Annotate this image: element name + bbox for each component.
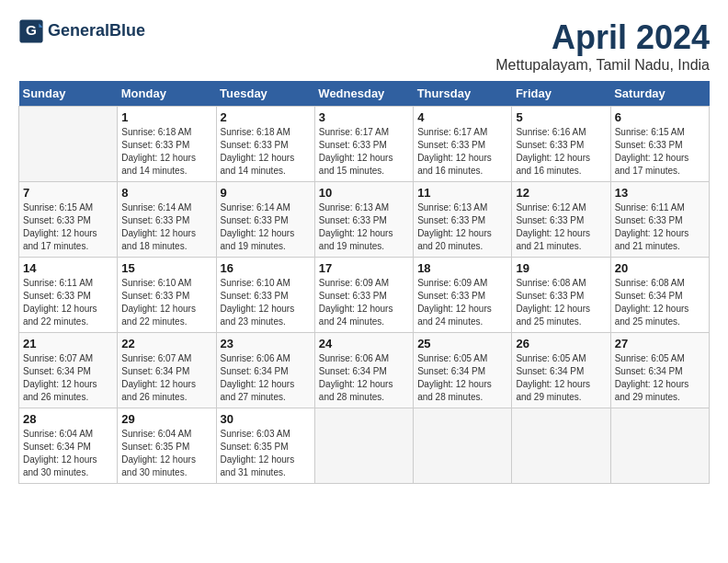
calendar-cell: 21Sunrise: 6:07 AMSunset: 6:34 PMDayligh… bbox=[19, 333, 118, 408]
calendar-cell: 3Sunrise: 6:17 AMSunset: 6:33 PMDaylight… bbox=[314, 107, 413, 182]
day-number: 14 bbox=[23, 261, 113, 275]
day-info: Sunrise: 6:18 AMSunset: 6:33 PMDaylight:… bbox=[221, 126, 311, 178]
day-number: 29 bbox=[121, 412, 211, 426]
calendar-week-row: 28Sunrise: 6:04 AMSunset: 6:34 PMDayligh… bbox=[19, 408, 710, 484]
day-number: 26 bbox=[516, 337, 606, 350]
calendar-cell: 28Sunrise: 6:04 AMSunset: 6:34 PMDayligh… bbox=[19, 408, 118, 484]
calendar-cell: 16Sunrise: 6:10 AMSunset: 6:33 PMDayligh… bbox=[216, 258, 314, 333]
day-info: Sunrise: 6:04 AMSunset: 6:35 PMDaylight:… bbox=[121, 428, 211, 479]
day-number: 15 bbox=[121, 261, 211, 275]
calendar-cell: 10Sunrise: 6:13 AMSunset: 6:33 PMDayligh… bbox=[314, 182, 413, 258]
day-number: 22 bbox=[121, 337, 211, 350]
calendar-cell bbox=[512, 408, 610, 484]
day-number: 21 bbox=[23, 337, 113, 350]
day-info: Sunrise: 6:06 AMSunset: 6:34 PMDaylight:… bbox=[221, 352, 311, 404]
calendar-cell: 27Sunrise: 6:05 AMSunset: 6:34 PMDayligh… bbox=[610, 333, 709, 408]
calendar-cell bbox=[414, 408, 512, 484]
day-number: 20 bbox=[615, 261, 705, 275]
day-info: Sunrise: 6:08 AMSunset: 6:34 PMDaylight:… bbox=[615, 277, 705, 328]
calendar-cell: 19Sunrise: 6:08 AMSunset: 6:33 PMDayligh… bbox=[512, 258, 610, 333]
calendar-week-row: 7Sunrise: 6:15 AMSunset: 6:33 PMDaylight… bbox=[19, 182, 710, 258]
day-number: 27 bbox=[615, 337, 705, 350]
day-number: 16 bbox=[221, 261, 311, 275]
calendar-cell: 24Sunrise: 6:06 AMSunset: 6:34 PMDayligh… bbox=[314, 333, 413, 408]
calendar-cell: 29Sunrise: 6:04 AMSunset: 6:35 PMDayligh… bbox=[118, 408, 216, 484]
calendar-cell bbox=[610, 408, 709, 484]
day-info: Sunrise: 6:11 AMSunset: 6:33 PMDaylight:… bbox=[23, 277, 113, 328]
day-info: Sunrise: 6:03 AMSunset: 6:35 PMDaylight:… bbox=[221, 428, 311, 479]
header-monday: Monday bbox=[118, 81, 216, 107]
day-number: 23 bbox=[221, 337, 311, 350]
calendar-cell: 4Sunrise: 6:17 AMSunset: 6:33 PMDaylight… bbox=[414, 107, 512, 182]
logo-text: GeneralBlue bbox=[48, 22, 145, 40]
day-number: 8 bbox=[121, 186, 211, 200]
day-number: 6 bbox=[615, 110, 705, 124]
calendar-cell: 22Sunrise: 6:07 AMSunset: 6:34 PMDayligh… bbox=[118, 333, 216, 408]
day-number: 18 bbox=[417, 261, 507, 275]
header-sunday: Sunday bbox=[19, 81, 118, 107]
day-info: Sunrise: 6:12 AMSunset: 6:33 PMDaylight:… bbox=[516, 201, 606, 253]
day-number: 5 bbox=[516, 110, 606, 124]
day-info: Sunrise: 6:07 AMSunset: 6:34 PMDaylight:… bbox=[23, 352, 113, 404]
header-wednesday: Wednesday bbox=[314, 81, 413, 107]
day-number: 24 bbox=[319, 337, 409, 350]
day-info: Sunrise: 6:13 AMSunset: 6:33 PMDaylight:… bbox=[417, 201, 507, 253]
day-number: 19 bbox=[516, 261, 606, 275]
main-title: April 2024 bbox=[495, 18, 710, 57]
calendar-week-row: 21Sunrise: 6:07 AMSunset: 6:34 PMDayligh… bbox=[19, 333, 710, 408]
calendar-cell: 8Sunrise: 6:14 AMSunset: 6:33 PMDaylight… bbox=[118, 182, 216, 258]
day-number: 4 bbox=[417, 110, 507, 124]
day-info: Sunrise: 6:17 AMSunset: 6:33 PMDaylight:… bbox=[417, 126, 507, 178]
day-info: Sunrise: 6:15 AMSunset: 6:33 PMDaylight:… bbox=[615, 126, 705, 178]
calendar-cell: 2Sunrise: 6:18 AMSunset: 6:33 PMDaylight… bbox=[216, 107, 314, 182]
calendar-cell: 18Sunrise: 6:09 AMSunset: 6:33 PMDayligh… bbox=[414, 258, 512, 333]
svg-text:G: G bbox=[26, 22, 37, 38]
day-info: Sunrise: 6:09 AMSunset: 6:33 PMDaylight:… bbox=[319, 277, 409, 328]
calendar-cell: 7Sunrise: 6:15 AMSunset: 6:33 PMDaylight… bbox=[19, 182, 118, 258]
header-saturday: Saturday bbox=[610, 81, 709, 107]
calendar-week-row: 1Sunrise: 6:18 AMSunset: 6:33 PMDaylight… bbox=[19, 107, 710, 182]
day-info: Sunrise: 6:05 AMSunset: 6:34 PMDaylight:… bbox=[516, 352, 606, 404]
subtitle: Mettupalayam, Tamil Nadu, India bbox=[495, 57, 710, 74]
calendar-cell bbox=[314, 408, 413, 484]
day-info: Sunrise: 6:10 AMSunset: 6:33 PMDaylight:… bbox=[121, 277, 211, 328]
header-tuesday: Tuesday bbox=[216, 81, 314, 107]
logo: G GeneralBlue bbox=[18, 18, 145, 44]
calendar-cell: 17Sunrise: 6:09 AMSunset: 6:33 PMDayligh… bbox=[314, 258, 413, 333]
day-number: 10 bbox=[319, 186, 409, 200]
day-number: 28 bbox=[23, 412, 113, 426]
day-number: 13 bbox=[615, 186, 705, 200]
calendar-cell: 14Sunrise: 6:11 AMSunset: 6:33 PMDayligh… bbox=[19, 258, 118, 333]
calendar-cell: 13Sunrise: 6:11 AMSunset: 6:33 PMDayligh… bbox=[610, 182, 709, 258]
day-info: Sunrise: 6:07 AMSunset: 6:34 PMDaylight:… bbox=[121, 352, 211, 404]
page-header: G GeneralBlue April 2024 Mettupalayam, T… bbox=[18, 18, 710, 74]
day-info: Sunrise: 6:11 AMSunset: 6:33 PMDaylight:… bbox=[615, 201, 705, 253]
day-number: 7 bbox=[23, 186, 113, 200]
calendar-cell: 25Sunrise: 6:05 AMSunset: 6:34 PMDayligh… bbox=[414, 333, 512, 408]
day-info: Sunrise: 6:04 AMSunset: 6:34 PMDaylight:… bbox=[23, 428, 113, 479]
day-info: Sunrise: 6:10 AMSunset: 6:33 PMDaylight:… bbox=[221, 277, 311, 328]
day-number: 11 bbox=[417, 186, 507, 200]
calendar-cell: 26Sunrise: 6:05 AMSunset: 6:34 PMDayligh… bbox=[512, 333, 610, 408]
day-info: Sunrise: 6:14 AMSunset: 6:33 PMDaylight:… bbox=[121, 201, 211, 253]
day-info: Sunrise: 6:15 AMSunset: 6:33 PMDaylight:… bbox=[23, 201, 113, 253]
calendar-cell: 23Sunrise: 6:06 AMSunset: 6:34 PMDayligh… bbox=[216, 333, 314, 408]
calendar-cell: 20Sunrise: 6:08 AMSunset: 6:34 PMDayligh… bbox=[610, 258, 709, 333]
calendar-cell: 6Sunrise: 6:15 AMSunset: 6:33 PMDaylight… bbox=[610, 107, 709, 182]
calendar-cell: 15Sunrise: 6:10 AMSunset: 6:33 PMDayligh… bbox=[118, 258, 216, 333]
logo-icon: G bbox=[18, 18, 44, 44]
day-info: Sunrise: 6:05 AMSunset: 6:34 PMDaylight:… bbox=[615, 352, 705, 404]
day-number: 9 bbox=[221, 186, 311, 200]
calendar-cell: 5Sunrise: 6:16 AMSunset: 6:33 PMDaylight… bbox=[512, 107, 610, 182]
calendar-week-row: 14Sunrise: 6:11 AMSunset: 6:33 PMDayligh… bbox=[19, 258, 710, 333]
title-area: April 2024 Mettupalayam, Tamil Nadu, Ind… bbox=[495, 18, 710, 74]
day-number: 2 bbox=[221, 110, 311, 124]
header-friday: Friday bbox=[512, 81, 610, 107]
header-thursday: Thursday bbox=[414, 81, 512, 107]
day-info: Sunrise: 6:08 AMSunset: 6:33 PMDaylight:… bbox=[516, 277, 606, 328]
calendar-cell: 11Sunrise: 6:13 AMSunset: 6:33 PMDayligh… bbox=[414, 182, 512, 258]
day-info: Sunrise: 6:09 AMSunset: 6:33 PMDaylight:… bbox=[417, 277, 507, 328]
day-info: Sunrise: 6:17 AMSunset: 6:33 PMDaylight:… bbox=[319, 126, 409, 178]
calendar-cell: 30Sunrise: 6:03 AMSunset: 6:35 PMDayligh… bbox=[216, 408, 314, 484]
day-number: 30 bbox=[221, 412, 311, 426]
